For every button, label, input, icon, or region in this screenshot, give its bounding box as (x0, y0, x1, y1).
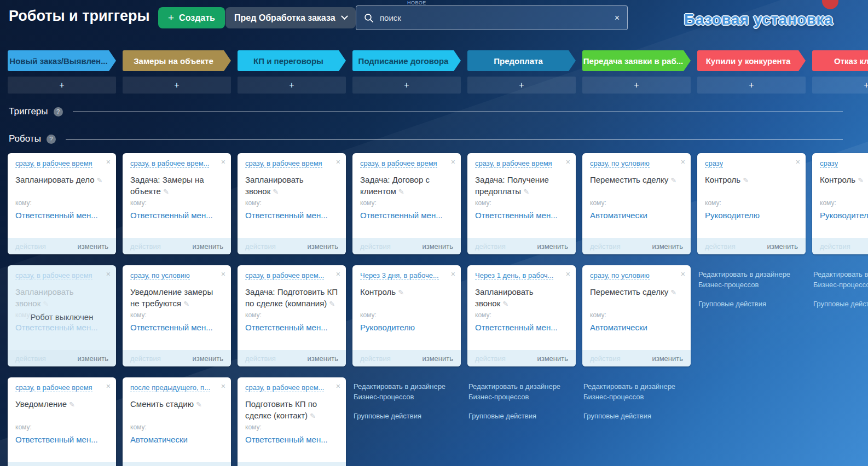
robot-assignee-link[interactable]: Ответственный мен... (360, 211, 443, 220)
help-icon[interactable]: ? (47, 135, 56, 144)
bp-designer-link[interactable]: Редактировать в дизайнере Бизнес-процесс… (813, 270, 868, 290)
robot-schedule-link[interactable]: сразу, в рабочее врем... (245, 383, 324, 392)
robot-assignee-link[interactable]: Ответственный мен... (475, 323, 558, 332)
funnel-selector[interactable]: Пред Обработка заказа (225, 7, 356, 28)
close-icon[interactable]: × (336, 158, 340, 166)
edit-button[interactable]: изменить (767, 242, 798, 251)
edit-pencil-icon[interactable]: ✎ (310, 412, 316, 420)
stage-chip[interactable]: Отказ клиента (812, 50, 868, 71)
actions-button[interactable]: действия (130, 354, 161, 363)
edit-pencil-icon[interactable]: ✎ (670, 288, 676, 296)
robot-assignee-link[interactable]: Руководителю (820, 211, 868, 220)
edit-button[interactable]: изменить (192, 242, 223, 251)
actions-button[interactable]: действия (705, 242, 736, 251)
robot-schedule-link[interactable]: сразу, по условию (590, 271, 650, 280)
robot-schedule-link[interactable]: сразу, в рабочее врем... (130, 159, 209, 168)
close-icon[interactable]: × (681, 158, 685, 166)
edit-pencil-icon[interactable]: ✎ (183, 300, 189, 308)
stage-chip[interactable]: Подписание договора (352, 50, 461, 71)
edit-button[interactable]: изменить (537, 242, 568, 251)
close-icon[interactable]: × (566, 270, 570, 278)
actions-button[interactable]: действия (360, 354, 391, 363)
robot-assignee-link[interactable]: Руководителю (705, 211, 760, 220)
notification-badge[interactable] (822, 0, 838, 9)
close-icon[interactable]: × (336, 270, 340, 278)
edit-button[interactable]: изменить (307, 242, 338, 251)
add-robot-button[interactable]: + (123, 77, 231, 94)
close-icon[interactable]: × (451, 270, 455, 278)
edit-pencil-icon[interactable]: ✎ (523, 188, 529, 196)
robot-assignee-link[interactable]: Автоматически (130, 435, 188, 444)
robot-schedule-link[interactable]: сразу, по условию (590, 159, 650, 168)
actions-button[interactable]: действия (360, 242, 391, 251)
close-icon[interactable]: × (221, 158, 225, 166)
edit-button[interactable]: изменить (77, 242, 108, 251)
actions-button[interactable]: действия (15, 354, 46, 363)
robot-schedule-link[interactable]: сразу, в рабочее врем... (245, 271, 324, 280)
close-icon[interactable]: × (106, 382, 111, 390)
stage-chip[interactable]: Замеры на объекте (123, 50, 231, 71)
close-icon[interactable]: × (566, 158, 570, 166)
actions-button[interactable]: действия (245, 242, 276, 251)
create-button[interactable]: + Создать (158, 7, 225, 28)
add-robot-button[interactable]: + (582, 77, 691, 94)
edit-pencil-icon[interactable]: ✎ (858, 176, 864, 184)
edit-button[interactable]: изменить (192, 354, 223, 363)
bp-designer-link[interactable]: Редактировать в дизайнере Бизнес-процесс… (468, 382, 575, 403)
add-robot-button[interactable]: + (238, 77, 346, 94)
edit-button[interactable]: изменить (422, 354, 453, 363)
robot-assignee-link[interactable]: Ответственный мен... (15, 435, 98, 444)
edit-pencil-icon[interactable]: ✎ (329, 300, 335, 308)
actions-button[interactable]: действия (15, 242, 46, 251)
robot-schedule-link[interactable]: после предыдущего, п... (130, 383, 210, 392)
stage-chip[interactable]: Купили у конкурента (697, 50, 806, 71)
robot-schedule-link[interactable]: сразу, в рабочее время (15, 159, 92, 168)
search-input[interactable] (380, 13, 609, 22)
stage-chip[interactable]: КП и переговоры (238, 50, 346, 71)
close-icon[interactable]: × (221, 382, 225, 390)
add-robot-button[interactable]: + (697, 77, 806, 94)
close-icon[interactable]: × (221, 270, 225, 278)
robot-schedule-link[interactable]: сразу, в рабочее время (475, 159, 552, 168)
robot-assignee-link[interactable]: Ответственный мен... (15, 323, 98, 332)
close-icon[interactable]: × (796, 158, 800, 166)
close-icon[interactable]: × (681, 270, 685, 278)
help-icon[interactable]: ? (54, 107, 63, 116)
edit-pencil-icon[interactable]: ✎ (163, 188, 169, 196)
edit-button[interactable]: изменить (537, 354, 568, 363)
edit-pencil-icon[interactable]: ✎ (670, 176, 676, 184)
robot-schedule-link[interactable]: сразу (705, 159, 723, 168)
robot-schedule-link[interactable]: сразу, в рабочее время (360, 159, 437, 168)
add-robot-button[interactable]: + (812, 77, 868, 94)
group-actions-link[interactable]: Групповые действия (354, 411, 460, 422)
robot-assignee-link[interactable]: Автоматически (590, 323, 647, 332)
stage-chip[interactable]: Новый заказ/Выявлен... (8, 50, 116, 71)
robot-schedule-link[interactable]: сразу, в рабочее время (245, 159, 322, 168)
edit-button[interactable]: изменить (77, 354, 108, 363)
robot-assignee-link[interactable]: Ответственный мен... (245, 323, 328, 332)
edit-pencil-icon[interactable]: ✎ (97, 176, 103, 184)
search-clear-icon[interactable]: × (615, 14, 620, 22)
edit-button[interactable]: изменить (652, 354, 683, 363)
robot-assignee-link[interactable]: Ответственный мен... (130, 323, 213, 332)
actions-button[interactable]: действия (590, 354, 621, 363)
robot-assignee-link[interactable]: Ответственный мен... (245, 435, 328, 444)
robot-schedule-link[interactable]: сразу, в рабочее время (15, 271, 92, 280)
robot-assignee-link[interactable]: Ответственный мен... (475, 211, 558, 220)
edit-pencil-icon[interactable]: ✎ (196, 400, 202, 409)
bp-designer-link[interactable]: Редактировать в дизайнере Бизнес-процесс… (698, 270, 805, 290)
edit-pencil-icon[interactable]: ✎ (743, 176, 749, 184)
robot-assignee-link[interactable]: Ответственный мен... (245, 211, 328, 220)
edit-pencil-icon[interactable]: ✎ (273, 188, 279, 196)
edit-button[interactable]: изменить (307, 354, 338, 363)
actions-button[interactable]: действия (245, 354, 276, 363)
actions-button[interactable]: действия (590, 242, 621, 251)
robot-assignee-link[interactable]: Ответственный мен... (130, 211, 213, 220)
robot-schedule-link[interactable]: сразу, по условию (130, 271, 190, 280)
close-icon[interactable]: × (106, 158, 111, 166)
robot-assignee-link[interactable]: Ответственный мен... (15, 211, 98, 220)
add-robot-button[interactable]: + (467, 77, 576, 94)
close-icon[interactable]: × (336, 382, 340, 390)
bp-designer-link[interactable]: Редактировать в дизайнере Бизнес-процесс… (354, 382, 460, 403)
robot-assignee-link[interactable]: Автоматически (590, 211, 647, 220)
